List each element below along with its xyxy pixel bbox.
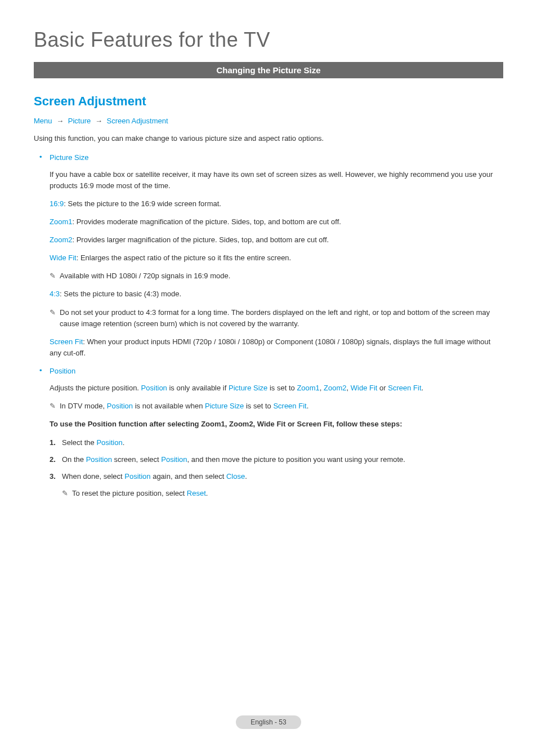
bullet-picture-size: • Picture Size — [50, 152, 503, 162]
intro-text: Using this function, you can make change… — [34, 133, 503, 144]
option-zoom2: Zoom2: Provides larger magnification of … — [50, 234, 503, 246]
text-span: . — [245, 472, 247, 481]
text-span: is set to — [267, 384, 297, 392]
position-intro: Adjusts the picture position. Position i… — [50, 383, 503, 394]
option-zoom1: Zoom1: Provides moderate magnification o… — [50, 216, 503, 228]
text-blue: Wide Fit — [351, 384, 378, 392]
note-icon: ✎ — [50, 307, 56, 318]
option-text: : Sets the picture to the 16:9 wide scre… — [64, 199, 221, 208]
step-2: 2. On the Position screen, select Positi… — [50, 454, 503, 465]
step-3: 3. When done, select Position again, and… — [50, 471, 503, 482]
option-text: : Provides larger magnification of the p… — [72, 235, 329, 244]
bullet-label: Picture Size — [50, 153, 88, 162]
bullet-icon: • — [39, 153, 42, 161]
text-span: To reset the picture position, select — [72, 489, 187, 497]
breadcrumb: Menu → Picture → Screen Adjustment — [34, 117, 503, 125]
text-blue: Position — [107, 402, 133, 410]
option-43: 4:3: Sets the picture to basic (4:3) mod… — [50, 288, 503, 300]
note-reset: ✎ To reset the picture position, select … — [62, 488, 503, 499]
note-icon: ✎ — [62, 488, 68, 499]
breadcrumb-screen-adjustment: Screen Adjustment — [107, 117, 168, 125]
option-text: : Enlarges the aspect ratio of the pictu… — [77, 254, 292, 262]
text-span: In DTV mode, — [60, 402, 107, 410]
text-span: When done, select — [62, 472, 124, 481]
text-span: again, and then select — [151, 472, 226, 481]
bullet-position: • Position — [50, 366, 503, 376]
text-blue: Screen Fit — [388, 384, 421, 392]
note-icon: ✎ — [50, 401, 56, 412]
option-text: : When your product inputs HDMI (720p / … — [50, 337, 490, 357]
text-span: . — [206, 489, 208, 497]
option-label: 16:9 — [50, 199, 64, 208]
text-span: . — [123, 438, 125, 447]
option-widefit: Wide Fit: Enlarges the aspect ratio of t… — [50, 252, 503, 264]
step-number: 2. — [50, 454, 56, 465]
text-blue: Position — [86, 455, 112, 464]
text-span: . — [307, 402, 309, 410]
bullet-label: Position — [50, 367, 75, 375]
text-span: , and then move the picture to position … — [187, 455, 405, 464]
text-span: is set to — [244, 402, 273, 410]
text-span: or — [377, 384, 388, 392]
page-number-pill: English - 53 — [236, 715, 301, 729]
option-label: Zoom2 — [50, 235, 72, 244]
text-blue: Position — [96, 438, 122, 447]
step-1: 1. Select the Position. — [50, 437, 503, 448]
text-blue: Position — [161, 455, 187, 464]
text-blue: Position — [141, 384, 167, 392]
text-span: , — [347, 384, 351, 392]
option-label: Zoom1 — [50, 217, 72, 226]
text-blue: Zoom1 — [297, 384, 319, 392]
text-span: is not available when — [133, 402, 205, 410]
text-span: screen, select — [112, 455, 161, 464]
page-title: Basic Features for the TV — [34, 28, 503, 52]
text-blue: Close — [226, 472, 245, 481]
text-span: On the — [62, 455, 86, 464]
option-label: Wide Fit — [50, 254, 77, 262]
breadcrumb-menu: Menu — [34, 117, 52, 125]
note-text: Available with HD 1080i / 720p signals i… — [60, 272, 230, 280]
option-label: 4:3 — [50, 290, 60, 298]
option-text: : Provides moderate magnification of the… — [72, 217, 341, 226]
option-169: 16:9: Sets the picture to the 16:9 wide … — [50, 198, 503, 210]
breadcrumb-picture: Picture — [68, 117, 91, 125]
text-blue: Picture Size — [205, 402, 244, 410]
section-bar: Changing the Picture Size — [34, 62, 503, 78]
step-number: 3. — [50, 471, 56, 482]
text-blue: Screen Fit — [273, 402, 306, 410]
bullet-icon: • — [39, 366, 42, 375]
note-text: Do not set your product to 4:3 format fo… — [60, 308, 490, 328]
note-hd: ✎ Available with HD 1080i / 720p signals… — [50, 270, 503, 282]
text-blue: Reset — [187, 489, 206, 497]
text-span: , — [320, 384, 324, 392]
note-icon: ✎ — [50, 270, 56, 282]
arrow-icon: → — [56, 117, 64, 125]
note-dtv: ✎ In DTV mode, Position is not available… — [50, 401, 503, 412]
arrow-icon: → — [95, 117, 102, 125]
page-footer: English - 53 — [0, 715, 537, 729]
picture-size-intro: If you have a cable box or satellite rec… — [50, 169, 503, 192]
text-span: Select the — [62, 438, 96, 447]
text-blue: Zoom2 — [324, 384, 346, 392]
text-span: Adjusts the picture position. — [50, 384, 141, 392]
option-label: Screen Fit — [50, 337, 83, 346]
option-screenfit: Screen Fit: When your product inputs HDM… — [50, 336, 503, 359]
steps-heading: To use the Position function after selec… — [50, 419, 503, 430]
step-number: 1. — [50, 437, 56, 448]
section-heading: Screen Adjustment — [34, 94, 503, 109]
text-blue: Picture Size — [229, 384, 267, 392]
option-text: : Sets the picture to basic (4:3) mode. — [60, 290, 181, 298]
text-blue: Position — [124, 472, 150, 481]
text-span: is only available if — [167, 384, 229, 392]
note-43: ✎ Do not set your product to 4:3 format … — [50, 307, 503, 330]
text-span: . — [422, 384, 424, 392]
